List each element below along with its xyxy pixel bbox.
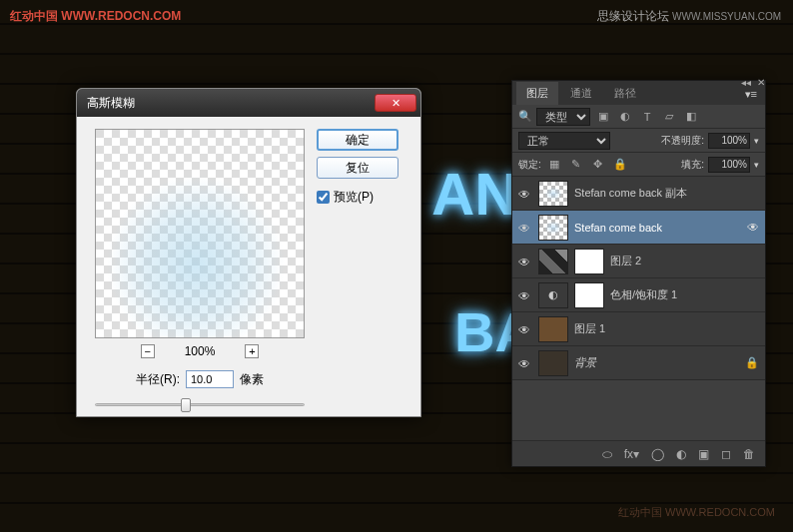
effects-icon[interactable]: 👁 bbox=[747, 221, 759, 235]
dialog-titlebar[interactable]: 高斯模糊 ✕ bbox=[77, 89, 420, 117]
lock-pixels-icon[interactable]: ✎ bbox=[567, 157, 585, 173]
adjustment-icon[interactable]: ◐ bbox=[538, 282, 568, 308]
lock-label: 锁定: bbox=[518, 158, 541, 172]
layers-panel: ◂◂ ✕ 图层 通道 路径 ▾≡ 🔍 类型 ▣ ◐ T ▱ ◧ 正常 不透明度:… bbox=[511, 80, 766, 467]
mask-thumbnail[interactable] bbox=[574, 282, 604, 308]
ok-button[interactable]: 确定 bbox=[317, 129, 398, 151]
layer-row[interactable]: 👁 背景 🔒 bbox=[512, 346, 765, 380]
layer-thumbnail[interactable] bbox=[538, 249, 568, 274]
filter-shape-icon[interactable]: ▱ bbox=[660, 109, 678, 125]
opacity-label: 不透明度: bbox=[661, 134, 704, 148]
radius-label: 半径(R): bbox=[136, 371, 180, 388]
layer-thumbnail[interactable] bbox=[538, 215, 568, 241]
mask-thumbnail[interactable] bbox=[574, 249, 604, 274]
panel-tabs: 图层 通道 路径 ▾≡ bbox=[512, 81, 765, 105]
layer-thumbnail[interactable] bbox=[538, 181, 568, 207]
reset-button[interactable]: 复位 bbox=[317, 157, 398, 179]
lock-icon: 🔒 bbox=[745, 356, 759, 369]
preview-checkbox-input[interactable] bbox=[317, 191, 330, 204]
zoom-in-button[interactable]: + bbox=[245, 344, 259, 358]
tab-paths[interactable]: 路径 bbox=[604, 82, 646, 105]
panel-controls: ◂◂ ✕ bbox=[741, 77, 765, 88]
filter-adjust-icon[interactable]: ◐ bbox=[616, 109, 634, 125]
layer-thumbnail[interactable] bbox=[538, 316, 568, 342]
visibility-icon[interactable]: 👁 bbox=[518, 357, 532, 369]
blur-preview bbox=[106, 175, 286, 338]
layer-name[interactable]: 背景 bbox=[574, 355, 596, 370]
blend-mode-dropdown[interactable]: 正常 bbox=[518, 132, 610, 150]
fill-arrow-icon[interactable]: ▾ bbox=[754, 160, 759, 170]
delete-icon[interactable]: 🗑 bbox=[743, 447, 755, 461]
adjustment-layer-icon[interactable]: ◐ bbox=[676, 447, 686, 461]
layer-name[interactable]: Stefan come back 副本 bbox=[574, 186, 687, 201]
tab-layers[interactable]: 图层 bbox=[516, 82, 558, 105]
filter-image-icon[interactable]: ▣ bbox=[594, 109, 612, 125]
layer-row[interactable]: 👁 Stefan come back 👁 bbox=[512, 211, 765, 245]
tab-channels[interactable]: 通道 bbox=[560, 82, 602, 105]
lock-row: 锁定: ▦ ✎ ✥ 🔒 填充: ▾ bbox=[512, 153, 765, 177]
layer-thumbnail[interactable] bbox=[538, 350, 568, 376]
filter-text-icon[interactable]: T bbox=[638, 109, 656, 125]
lock-position-icon[interactable]: ✥ bbox=[589, 157, 607, 173]
blend-row: 正常 不透明度: ▾ bbox=[512, 129, 765, 153]
group-icon[interactable]: ▣ bbox=[698, 447, 709, 461]
neon-text-1: AN bbox=[431, 160, 518, 229]
watermark-bottom: 红动中国 WWW.REDOCN.COM bbox=[618, 505, 775, 520]
watermark-top-left: 红动中国 WWW.REDOCN.COM bbox=[10, 8, 181, 25]
visibility-icon[interactable]: 👁 bbox=[518, 323, 532, 335]
fill-label: 填充: bbox=[681, 158, 704, 172]
mask-icon[interactable]: ◯ bbox=[651, 447, 664, 461]
layer-row[interactable]: 👁 图层 1 bbox=[512, 312, 765, 346]
zoom-out-button[interactable]: − bbox=[141, 344, 155, 358]
layer-name[interactable]: 色相/饱和度 1 bbox=[610, 287, 677, 302]
visibility-icon[interactable]: 👁 bbox=[518, 256, 532, 267]
link-layers-icon[interactable]: ⬭ bbox=[602, 447, 612, 461]
watermark-top-right: 思缘设计论坛 WWW.MISSYUAN.COM bbox=[597, 8, 781, 25]
layer-name[interactable]: Stefan come back bbox=[574, 222, 662, 234]
opacity-input[interactable] bbox=[708, 133, 750, 149]
layer-row[interactable]: 👁 图层 2 bbox=[512, 245, 765, 278]
fill-input[interactable] bbox=[708, 157, 750, 173]
slider-thumb[interactable] bbox=[181, 398, 191, 412]
new-layer-icon[interactable]: ◻ bbox=[721, 447, 731, 461]
lock-transparent-icon[interactable]: ▦ bbox=[545, 157, 563, 173]
collapse-icon[interactable]: ◂◂ bbox=[741, 77, 751, 88]
filter-row: 🔍 类型 ▣ ◐ T ▱ ◧ bbox=[512, 105, 765, 129]
visibility-icon[interactable]: 👁 bbox=[518, 222, 532, 234]
filter-smart-icon[interactable]: ◧ bbox=[682, 109, 700, 125]
dialog-title: 高斯模糊 bbox=[87, 95, 375, 112]
layer-name[interactable]: 图层 2 bbox=[610, 254, 641, 268]
layers-list: 👁 Stefan come back 副本 👁 Stefan come back… bbox=[512, 177, 765, 380]
radius-unit: 像素 bbox=[240, 371, 264, 388]
search-icon[interactable]: 🔍 bbox=[518, 110, 532, 123]
radius-slider[interactable] bbox=[95, 396, 305, 412]
filter-type-dropdown[interactable]: 类型 bbox=[536, 108, 590, 126]
fx-icon[interactable]: fx▾ bbox=[624, 447, 639, 461]
layer-name[interactable]: 图层 1 bbox=[574, 321, 605, 336]
layer-row[interactable]: 👁 Stefan come back 副本 bbox=[512, 177, 765, 211]
layer-row[interactable]: 👁 ◐ 色相/饱和度 1 bbox=[512, 278, 765, 312]
preview-area[interactable] bbox=[95, 129, 305, 338]
visibility-icon[interactable]: 👁 bbox=[518, 289, 532, 301]
close-panel-icon[interactable]: ✕ bbox=[757, 77, 765, 88]
preview-checkbox[interactable]: 预览(P) bbox=[317, 189, 398, 206]
panel-bottom-bar: ⬭ fx▾ ◯ ◐ ▣ ◻ 🗑 bbox=[512, 440, 765, 466]
opacity-arrow-icon[interactable]: ▾ bbox=[754, 136, 759, 146]
radius-input[interactable] bbox=[186, 370, 234, 388]
close-button[interactable]: ✕ bbox=[375, 94, 416, 112]
zoom-level: 100% bbox=[185, 344, 216, 358]
lock-all-icon[interactable]: 🔒 bbox=[611, 157, 629, 173]
gaussian-blur-dialog: 高斯模糊 ✕ − 100% + 半径(R): 像素 确定 复位 bbox=[76, 88, 421, 417]
visibility-icon[interactable]: 👁 bbox=[518, 188, 532, 200]
